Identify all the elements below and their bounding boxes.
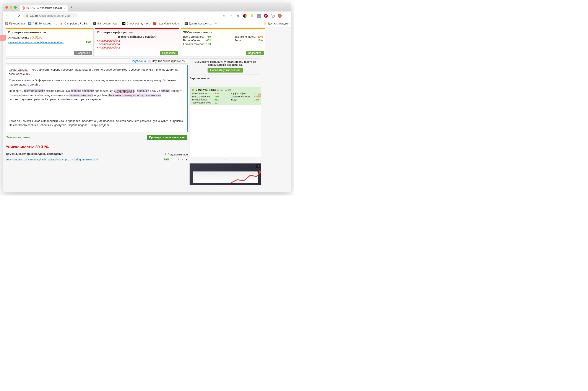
ext-icon-2[interactable]: ⬢ (236, 14, 240, 18)
boost-button[interactable]: Повысить уникальность (208, 68, 243, 73)
seo-details-button[interactable]: Подробнее (246, 51, 264, 55)
reload-icon[interactable]: ⟳ (17, 14, 20, 18)
versions-title: Версии текста: (190, 77, 261, 80)
v-value: 3 (254, 92, 255, 95)
bookmark-item[interactable]: 漢Десять конкретн... (185, 22, 212, 25)
text-paragraph: Проверить текст на ошибки можно с помощь… (9, 89, 185, 101)
boost-text: Вы можете повысить уникальность текста н… (192, 60, 259, 67)
orthography-subtitle: В тексте найдены 3 ошибки: (97, 35, 177, 38)
orthography-error: повтор пробела (97, 43, 177, 46)
seo-value: 652 (206, 39, 211, 42)
ext-icon-5[interactable]: LD (257, 14, 261, 18)
address-bar[interactable]: 🔒 text.ru/antiplagiat/unauthorized (23, 13, 77, 18)
other-bookmarks[interactable]: 📁Другие закладки (263, 22, 289, 25)
text-editor[interactable]: Орфограммка — коммерческий сервис провер… (6, 65, 188, 132)
chain-icon[interactable]: ⚭ (181, 158, 184, 161)
uniqueness-card: Проверка уникальности Уникальность: 80.3… (6, 28, 94, 57)
uniqueness-value: 80.31% (30, 35, 42, 39)
bookmark-label: Campaign URL Bu... (64, 22, 89, 25)
seo-value: 103 (206, 43, 211, 46)
other-bookmarks-label: Другие закладки (268, 22, 289, 25)
toolbar-right: ☆ ✎ ⬢ 💡 LD P ⊘ ⋮ (222, 14, 289, 18)
seo-title: SEO-анализ текста (183, 30, 263, 34)
chart-graphic (231, 170, 261, 185)
highlight-all-link[interactable]: 👁 Подсветить все (164, 153, 188, 156)
bookmark-label: https://pro.livedun... (157, 22, 181, 25)
v-value: 652 (215, 98, 219, 101)
bookmark-label: PSD Templates —... (32, 22, 57, 25)
ext-icon-1[interactable]: ✎ (229, 14, 233, 18)
remove-icon[interactable]: ✖ (185, 158, 188, 161)
url-path: /antiplagiat/unauthorized (39, 14, 70, 17)
uniqueness-details-button[interactable]: Подробнее (74, 51, 92, 55)
eye-icon: 👁 (164, 153, 167, 156)
close-window[interactable] (5, 6, 8, 9)
check-uniqueness-button[interactable]: Проверить уникальность (147, 135, 187, 140)
video-close-icon[interactable]: × (256, 164, 260, 168)
saved-status: Текст сохранен (6, 136, 30, 139)
bookmark-item[interactable]: ■Check out my mo... (122, 22, 150, 25)
highlight-bar: Подсвечено: Неуникальные фрагменты (6, 58, 188, 64)
domain-pct: 19% (164, 158, 175, 161)
apps-icon (5, 22, 8, 25)
upload-tab[interactable]: ↑ (3, 35, 6, 41)
maximize-window[interactable] (14, 6, 17, 9)
v-value: 759 (215, 95, 219, 98)
uniqueness-source-link[interactable]: seversantana.ru/instrumentyi-vebmastera/… (8, 41, 64, 44)
seo-card: SEO-анализ текста Всего символов: 759 Бе… (181, 28, 265, 57)
bookmark-icon: LD (153, 22, 156, 25)
v-label: Всего символов (192, 95, 213, 98)
forward-icon[interactable]: → (11, 14, 15, 18)
bookmark-label: Check out my mo... (126, 22, 150, 25)
ext-icon-4[interactable]: 💡 (250, 14, 254, 18)
version-delete-icon[interactable]: × (258, 94, 261, 97)
domain-link[interactable]: seversantana.ru/instrumentyi-vebmastera/… (6, 158, 162, 161)
video-thumbnail[interactable]: × (190, 164, 261, 185)
highlight-type: Неуникальные фрагменты (152, 60, 185, 63)
profile-avatar[interactable] (278, 14, 282, 18)
bookmark-label: Десять конкретн... (189, 22, 212, 25)
bookmark-item[interactable]: ◆Campaign URL Bu... (60, 22, 89, 25)
bookmark-item[interactable]: FPSD Templates —... (28, 22, 57, 25)
boost-card: Вы можете повысить уникальность текста н… (190, 58, 261, 75)
highlight-label: Подсвечено: (131, 60, 146, 63)
tab-title: 80.31% - Антиплагиат онлайн (26, 6, 62, 9)
versions-up-arrow[interactable]: ︿ (190, 82, 261, 87)
versions-down-arrow[interactable]: ﹀ (190, 157, 261, 162)
bookmark-item[interactable]: 漢Инструкция: как... (93, 22, 119, 25)
v-label: Количество слов (192, 101, 213, 104)
versions-box: ︿ 🔒 3 минуты назад (UTC +03:00) × Уникал… (190, 82, 261, 162)
bookmark-icon: 漢 (185, 22, 188, 25)
seo-value: 47% (257, 35, 263, 38)
seo-label: Без пробелов: (183, 39, 201, 42)
browser-tab[interactable]: © 80.31% - Антиплагиат онлайн × (19, 5, 68, 11)
apps-shortcut[interactable]: Приложения (5, 22, 25, 25)
v-value: 80% (215, 92, 220, 95)
star-icon[interactable]: ☆ (222, 14, 226, 18)
new-tab-button[interactable]: + (71, 5, 73, 9)
bookmarks-overflow[interactable]: » (215, 22, 217, 25)
seo-label: Количество слов: (183, 43, 205, 46)
pinterest-icon[interactable]: P (264, 14, 268, 18)
bookmark-icon: 漢 (93, 22, 96, 25)
uniqueness-source-pct: 19% (86, 41, 91, 44)
menu-icon[interactable]: ⋮ (285, 14, 289, 18)
ext-icon-6[interactable]: ⊘ (271, 14, 275, 18)
minimize-window[interactable] (10, 6, 12, 9)
domain-row: seversantana.ru/instrumentyi-vebmastera/… (6, 158, 188, 161)
tab-close-icon[interactable]: × (64, 6, 66, 10)
orthography-details-button[interactable]: Подробнее (160, 51, 178, 55)
eye-icon[interactable]: 👁 (177, 158, 180, 161)
bookmark-item[interactable]: LDhttps://pro.livedun... (153, 22, 181, 25)
v-label: Уникальность (192, 92, 213, 95)
back-icon[interactable]: ← (5, 14, 9, 18)
ext-icon-3[interactable] (243, 14, 247, 18)
seo-label: Всего символов: (183, 35, 204, 38)
bookmark-icon: F (28, 22, 31, 25)
svg-marker-0 (259, 170, 261, 174)
seo-label: Заспамленность: (235, 35, 256, 38)
v-label: Заспамленность (231, 95, 253, 98)
seo-label: Вода: (235, 39, 241, 42)
version-tz: (UTC +03:00) (217, 89, 232, 91)
version-item[interactable]: 🔒 3 минуты назад (UTC +03:00) × Уникальн… (190, 87, 261, 105)
